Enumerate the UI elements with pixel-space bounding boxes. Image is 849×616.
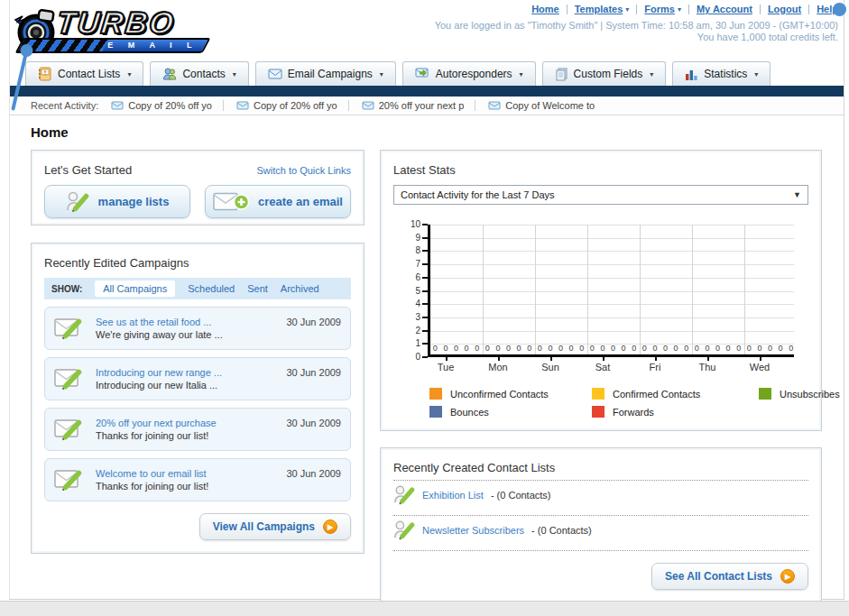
legend-label: Forwards xyxy=(613,407,654,418)
contact-list-count: - (0 Contacts) xyxy=(531,525,592,536)
navy-divider-bar xyxy=(10,86,844,97)
nav-separator xyxy=(760,5,761,14)
campaign-title-link[interactable]: See us at the retail food ... xyxy=(96,317,277,327)
button-label: See All Contact Lists xyxy=(665,570,772,583)
campaign-date: 30 Jun 2009 xyxy=(286,418,341,428)
nav-link-home[interactable]: Home xyxy=(531,4,559,14)
dotted-divider xyxy=(393,550,808,551)
chevron-down-icon: ▾ xyxy=(625,5,629,14)
credits-text: You have 1,000 total credits left. xyxy=(697,32,838,42)
people-icon xyxy=(162,67,177,81)
contact-list-item[interactable]: Newsletter Subscribers - (0 Contacts) xyxy=(393,516,808,545)
envelope-pencil-icon xyxy=(54,417,87,442)
recent-activity-text: Copy of 20% off yo xyxy=(254,100,337,111)
login-status-text: You are logged in as "Timothy Smith" | S… xyxy=(435,20,838,31)
stats-activity-select[interactable]: Contact Activity for the Last 7 Days ▼ xyxy=(393,185,808,205)
recent-activity-item[interactable]: Copy of 20% off yo xyxy=(236,100,349,111)
legend-label: Unconfirmed Contacts xyxy=(450,389,549,400)
see-all-contact-lists-button[interactable]: See All Contact Lists ▶ xyxy=(651,563,808,590)
contact-list-link[interactable]: Newsletter Subscribers xyxy=(422,525,524,536)
panel-title: Recently Edited Campaigns xyxy=(44,256,351,270)
envelope-icon xyxy=(362,101,374,110)
recent-activity-item[interactable]: 20% off your next p xyxy=(362,100,476,111)
manage-lists-button[interactable]: manage lists xyxy=(44,185,190,218)
chevron-down-icon: ▾ xyxy=(520,70,523,78)
chevron-down-icon: ▾ xyxy=(127,70,131,78)
campaign-title-link[interactable]: 20% off your next purchase xyxy=(96,418,277,428)
campaign-date: 30 Jun 2009 xyxy=(286,367,341,378)
turbo-email-logo: TURBO E M A I L xyxy=(10,4,226,54)
chart-plot-area: 00000000000000000000000000000000000 xyxy=(428,225,794,357)
filter-all-campaigns[interactable]: All Campaigns xyxy=(95,280,175,297)
chevron-down-icon: ▾ xyxy=(233,70,236,78)
legend-item: Unconfirmed Contacts xyxy=(429,388,592,400)
campaign-subtitle: Thanks for joining our list! xyxy=(96,481,277,492)
legend-swatch xyxy=(759,388,771,400)
bar-chart-icon xyxy=(685,68,698,81)
nav-link-logout[interactable]: Logout xyxy=(768,4,801,14)
recent-activity-item[interactable]: Copy of 20% off yo xyxy=(111,100,224,111)
campaign-title-link[interactable]: Welcome to our email list xyxy=(96,468,277,479)
campaign-subtitle: We're giving away our late ... xyxy=(96,329,277,340)
filter-archived[interactable]: Archived xyxy=(281,283,319,294)
filter-scheduled[interactable]: Scheduled xyxy=(188,283,235,294)
recent-activity-item[interactable]: Copy of Welcome to xyxy=(488,100,605,111)
tab-label: Autoresponders xyxy=(436,68,512,80)
nav-link-templates[interactable]: Templates xyxy=(575,4,623,14)
nav-separator xyxy=(567,5,568,14)
tab-label: Contacts xyxy=(182,68,225,80)
tab-contacts[interactable]: Contacts ▾ xyxy=(150,61,248,86)
chevron-down-icon: ▾ xyxy=(380,70,383,78)
legend-swatch xyxy=(592,388,604,400)
legend-label: Bounces xyxy=(450,407,489,418)
tab-autoresponders[interactable]: Autoresponders ▾ xyxy=(402,61,536,86)
chevron-down-icon: ▾ xyxy=(678,5,681,14)
button-label: manage lists xyxy=(98,195,170,208)
documents-icon xyxy=(555,68,568,81)
chart-y-axis: 012345678910 xyxy=(404,225,428,357)
recent-activity-bar: Recent Activity: Copy of 20% off yo Copy… xyxy=(10,97,844,115)
decorative-dot xyxy=(833,3,846,16)
campaign-item[interactable]: 20% off your next purchase Thanks for jo… xyxy=(44,408,351,451)
tab-label: Statistics xyxy=(704,68,747,80)
envelope-icon xyxy=(488,101,501,110)
campaign-title-link[interactable]: Introducing our new range ... xyxy=(96,367,277,378)
legend-swatch xyxy=(429,388,442,400)
nav-link-forms[interactable]: Forms xyxy=(644,4,675,14)
create-an-email-button[interactable]: create an email xyxy=(205,185,351,218)
contact-list-item[interactable]: Exhibition List - (0 Contacts) xyxy=(393,481,808,510)
campaign-item[interactable]: See us at the retail food ... We're givi… xyxy=(44,307,351,350)
chart-legend: Unconfirmed ContactsConfirmed ContactsUn… xyxy=(429,388,808,418)
campaign-date: 30 Jun 2009 xyxy=(286,317,341,327)
view-all-campaigns-button[interactable]: View All Campaigns ▶ xyxy=(199,513,351,540)
arrow-right-icon: ▶ xyxy=(780,569,795,584)
recently-edited-campaigns-panel: Recently Edited Campaigns SHOW: All Camp… xyxy=(31,243,365,554)
campaign-filter-bar: SHOW: All Campaigns Scheduled Sent Archi… xyxy=(44,278,351,299)
tab-email-campaigns[interactable]: Email Campaigns ▾ xyxy=(255,61,396,86)
campaign-subtitle: Introducing our new Italia ... xyxy=(96,380,277,391)
chevron-down-icon: ▾ xyxy=(650,70,653,78)
tab-contact-lists[interactable]: Contact Lists ▾ xyxy=(25,61,143,86)
top-nav: Home Templates▾ Forms▾ My Account Logout… xyxy=(531,4,838,14)
tab-custom-fields[interactable]: Custom Fields ▾ xyxy=(542,61,667,86)
campaign-item[interactable]: Introducing our new range ... Introducin… xyxy=(44,357,351,400)
envelope-pencil-icon xyxy=(54,366,87,391)
nav-separator xyxy=(808,5,809,14)
contact-list-link[interactable]: Exhibition List xyxy=(422,490,484,501)
switch-to-quick-links-link[interactable]: Switch to Quick Links xyxy=(256,165,351,176)
filter-sent[interactable]: Sent xyxy=(247,283,268,294)
envelope-icon xyxy=(111,101,124,110)
tab-statistics[interactable]: Statistics ▾ xyxy=(672,61,771,86)
nav-link-my-account[interactable]: My Account xyxy=(697,4,752,14)
legend-item: Bounces xyxy=(429,406,592,418)
campaign-item[interactable]: Welcome to our email list Thanks for joi… xyxy=(44,458,351,501)
legend-label: Confirmed Contacts xyxy=(613,389,700,400)
nav-separator xyxy=(636,5,637,14)
envelope-pencil-icon xyxy=(54,316,87,341)
envelope-icon xyxy=(236,101,249,110)
logo-email-bar: E M A I L xyxy=(14,38,210,53)
latest-stats-panel: Latest Stats Contact Activity for the La… xyxy=(380,150,822,431)
panel-title: Recently Created Contact Lists xyxy=(393,461,808,474)
recent-activity-text: 20% off your next p xyxy=(379,100,465,111)
chevron-down-icon: ▼ xyxy=(793,190,801,199)
